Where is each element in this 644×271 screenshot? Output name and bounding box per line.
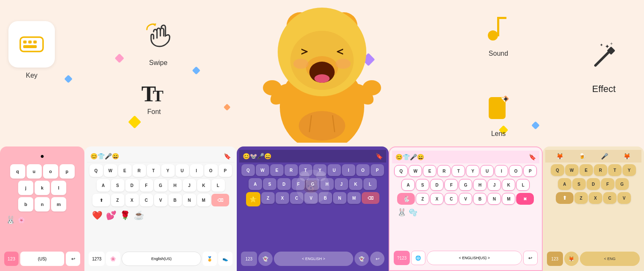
kb1-key-q[interactable]: q [10, 164, 25, 179]
kb4-e[interactable]: E [423, 165, 436, 177]
kb3-d[interactable]: D [277, 178, 291, 190]
kb4-num[interactable]: ?123 [394, 251, 410, 265]
lens-item[interactable]: ✦ + Lens [479, 89, 517, 138]
keyboard-beige[interactable]: 🦊 🍺 🎤 🦊 Q W E R T Y A S D F [543, 146, 644, 271]
kb1-key-p[interactable]: p [60, 164, 75, 179]
kb3-h[interactable]: H [320, 178, 334, 190]
kb5-shift[interactable]: ⬆ [556, 192, 574, 204]
kb4-l[interactable]: L [516, 179, 530, 191]
kb2-key-g[interactable]: G [154, 179, 168, 192]
kb4-f[interactable]: F [444, 179, 458, 191]
kb2-key-t[interactable]: T [147, 164, 160, 177]
kb3-f[interactable]: F [292, 178, 305, 190]
kb4-m[interactable]: M [502, 193, 515, 205]
kb2-key-j[interactable]: J [183, 179, 196, 192]
kb2-key-b[interactable]: B [168, 194, 182, 206]
kb4-space[interactable]: < ENGLISH(US) > [427, 251, 522, 265]
kb3-emoji2[interactable]: 👻 [354, 252, 369, 266]
kb4-c[interactable]: C [444, 193, 458, 205]
kb5-d[interactable]: D [587, 178, 600, 190]
kb1-key-b[interactable]: b [18, 197, 33, 211]
kb2-space[interactable]: English(US) [122, 252, 201, 266]
kb1-key-n[interactable]: n [35, 197, 50, 211]
kb3-num[interactable]: 123 [241, 252, 257, 266]
kb4-h[interactable]: H [473, 179, 487, 191]
kb3-space[interactable]: < ENGLISH > [274, 252, 353, 266]
kb4-z[interactable]: Z [416, 193, 429, 205]
kb2-key-h[interactable]: H [168, 179, 182, 192]
kb5-y[interactable]: Y [622, 164, 636, 176]
kb5-w[interactable]: W [565, 164, 579, 176]
kb3-o[interactable]: O [356, 164, 370, 176]
kb4-g[interactable]: G [459, 179, 472, 191]
kb3-v[interactable]: V [304, 192, 318, 204]
kb2-key-e[interactable]: E [118, 164, 132, 177]
kb1-key-k[interactable]: k [35, 181, 50, 195]
kb2-key-l[interactable]: L [211, 179, 225, 192]
kb2-key-u[interactable]: U [176, 164, 189, 177]
kb4-u[interactable]: U [480, 165, 494, 177]
swipe-item[interactable]: Swipe [139, 17, 177, 67]
kb2-key-f[interactable]: F [140, 179, 153, 192]
kb4-k[interactable]: K [502, 179, 515, 191]
kb1-space[interactable]: (US) [20, 252, 64, 266]
kb5-r[interactable]: R [594, 164, 607, 176]
kb2-delete[interactable]: ⌫ [211, 194, 229, 206]
kb4-y[interactable]: Y [466, 165, 479, 177]
kb2-key-p[interactable]: P [219, 164, 232, 177]
kb5-num[interactable]: 123 [547, 252, 563, 266]
kb4-v[interactable]: V [459, 193, 472, 205]
kb4-j[interactable]: J [487, 179, 501, 191]
kb2-key-v[interactable]: V [154, 194, 168, 206]
kb4-q[interactable]: Q [394, 165, 408, 177]
kb3-b[interactable]: B [319, 192, 332, 204]
kb2-key-w[interactable]: W [104, 164, 117, 177]
kb2-key-n[interactable]: N [183, 194, 196, 206]
keyboard-white-cute[interactable]: 😊 👕 🎤 😄 🔖 Q W E R T Y U I O P [84, 146, 236, 271]
kb4-s[interactable]: S [416, 179, 429, 191]
kb5-f[interactable]: F [601, 178, 614, 190]
kb1-key-j[interactable]: j [18, 181, 33, 195]
kb4-p[interactable]: P [523, 165, 537, 177]
kb5-q[interactable]: Q [551, 164, 564, 176]
kb5-e[interactable]: E [579, 164, 593, 176]
kb4-n[interactable]: N [487, 193, 501, 205]
kb2-shift[interactable]: ⬆ [92, 194, 110, 206]
effect-item[interactable]: ✦ + ✦ Effect [581, 34, 627, 95]
kb3-l[interactable]: L [363, 178, 377, 190]
kb5-space[interactable]: < ENG [580, 252, 640, 266]
kb2-key-m[interactable]: M [197, 194, 211, 206]
kb3-delete[interactable]: ⌫ [362, 192, 379, 204]
kb3-j[interactable]: J [335, 178, 348, 190]
kb3-c[interactable]: C [290, 192, 303, 204]
kb4-r[interactable]: R [437, 165, 451, 177]
kb3-e[interactable]: E [270, 164, 284, 176]
kb2-key-y[interactable]: Y [161, 164, 175, 177]
kb4-o[interactable]: O [509, 165, 522, 177]
kb2-key-d[interactable]: D [125, 179, 139, 192]
kb5-t[interactable]: T [608, 164, 622, 176]
kb3-i[interactable]: I [342, 164, 355, 176]
kb3-y[interactable]: Y [313, 164, 327, 176]
keyboard-pink[interactable]: ● q u o p j k l b n m [0, 146, 84, 271]
keyboard-purple[interactable]: 😊 🐭 🎤 😄 🔖 🐻 Q W E [237, 146, 389, 271]
font-item[interactable]: T T Font [139, 80, 169, 116]
kb4-b[interactable]: B [473, 193, 487, 205]
kb3-g[interactable]: G [306, 178, 319, 190]
kb4-d[interactable]: D [430, 179, 444, 191]
kb5-z[interactable]: Z [574, 192, 588, 204]
kb5-c[interactable]: C [603, 192, 617, 204]
kb5-emoji[interactable]: 🦊 [564, 252, 579, 266]
kb3-u[interactable]: U [327, 164, 341, 176]
kb5-g[interactable]: G [615, 178, 629, 190]
kb5-v[interactable]: V [617, 192, 631, 204]
kb2-key-o[interactable]: O [204, 164, 218, 177]
kb3-k[interactable]: K [349, 178, 363, 190]
kb2-key-k[interactable]: K [197, 179, 211, 192]
kb4-i[interactable]: I [495, 165, 508, 177]
kb2-key-q[interactable]: Q [89, 164, 103, 177]
kb3-w[interactable]: W [256, 164, 269, 176]
kb1-key-u[interactable]: u [27, 164, 42, 179]
kb3-x[interactable]: X [276, 192, 289, 204]
kb4-shift[interactable]: 🐇 [397, 193, 415, 205]
